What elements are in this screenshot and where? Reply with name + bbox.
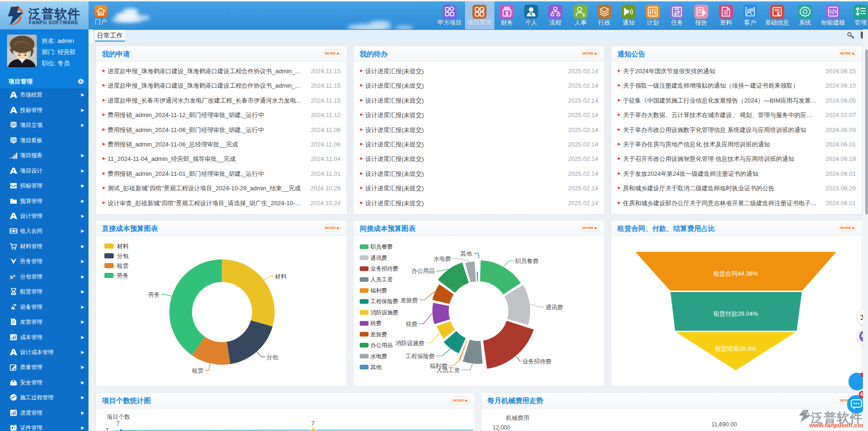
svg-text:泛普软件: 泛普软件 (28, 7, 81, 21)
svg-text:租赁合同44.36%: 租赁合同44.36% (713, 270, 759, 277)
svg-text:职员餐费: 职员餐费 (370, 243, 393, 250)
svg-text:租赁: 租赁 (116, 263, 129, 269)
svg-text:工程保险费: 工程保险费 (370, 298, 398, 305)
svg-text:通讯费: 通讯费 (370, 255, 387, 261)
svg-text:¥: ¥ (506, 10, 509, 17)
svg-text:业务招待费: 业务招待费 (522, 358, 552, 365)
svg-text:其他: 其他 (460, 250, 472, 257)
svg-text:水电费: 水电费 (370, 353, 387, 360)
svg-text:分包: 分包 (117, 253, 129, 259)
svg-text:税费: 税费 (405, 321, 417, 327)
svg-text:劳务: 劳务 (117, 272, 129, 279)
svg-text:工程保险费: 工程保险费 (406, 353, 435, 360)
svg-text:福利费: 福利费 (430, 363, 448, 369)
svg-text:差旅费: 差旅费 (401, 297, 418, 304)
svg-text:水电费: 水电费 (434, 256, 451, 262)
svg-text:其他: 其他 (370, 364, 382, 370)
svg-text:x²: x² (10, 273, 15, 280)
svg-text:租赁: 租赁 (191, 368, 204, 374)
svg-text:办公用品: 办公用品 (411, 268, 435, 274)
svg-text:通讯费: 通讯费 (546, 304, 563, 311)
svg-text:业务招待费: 业务招待费 (370, 265, 398, 272)
svg-text:材料: 材料 (116, 243, 129, 250)
svg-text:人员工资: 人员工资 (370, 276, 393, 283)
svg-text:租赁结算26.6%: 租赁结算26.6% (715, 345, 757, 352)
svg-text:办公用品: 办公用品 (370, 342, 393, 348)
svg-text:消防设施费: 消防设施费 (370, 309, 398, 316)
svg-text:劳务: 劳务 (148, 292, 160, 298)
svg-text:材料: 材料 (274, 273, 287, 280)
svg-text:福利费: 福利费 (370, 287, 387, 294)
svg-text:分包: 分包 (267, 354, 279, 361)
svg-text:职员餐费: 职员餐费 (515, 258, 539, 264)
svg-text:税费: 税费 (370, 320, 382, 327)
svg-text:租赁付款29.04%: 租赁付款29.04% (713, 310, 759, 317)
svg-text:FANPU SOFTWARE: FANPU SOFTWARE (29, 20, 78, 25)
svg-text:差旅费: 差旅费 (370, 331, 387, 338)
svg-text:消防设施费: 消防设施费 (396, 340, 425, 347)
